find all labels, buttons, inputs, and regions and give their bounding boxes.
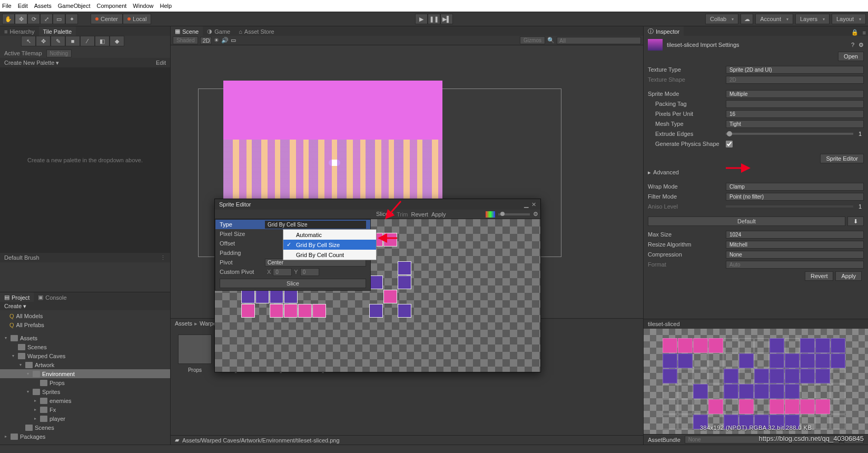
shaded-dropdown[interactable]: Shaded <box>173 36 198 44</box>
mode-2d-toggle[interactable]: 2D <box>200 37 212 44</box>
tree-item-scenes[interactable]: Scenes <box>0 423 170 432</box>
tab-asset-store[interactable]: ⌂Asset Store <box>234 26 279 36</box>
opt-automatic[interactable]: Automatic <box>283 230 376 240</box>
open-button[interactable]: Open <box>838 52 864 61</box>
menu-icon[interactable]: ≡ <box>861 29 868 36</box>
gear-icon[interactable]: ⚙ <box>859 42 864 48</box>
tab-project[interactable]: ▤Project <box>0 292 34 302</box>
tree-item-sprites[interactable]: ▾Sprites <box>0 387 170 396</box>
rotate-tool-icon[interactable]: ⟳ <box>27 14 40 24</box>
tab-tile-palette[interactable]: Tile Palette <box>39 26 76 36</box>
gen-physics-checkbox[interactable] <box>726 141 733 147</box>
fill-tool-icon[interactable]: ◆ <box>110 36 124 46</box>
tree-item-packages[interactable]: ▸Packages <box>0 432 170 441</box>
light-icon[interactable]: ☀ <box>214 37 219 44</box>
default-brush-row[interactable]: Default Brush⋮ <box>0 253 170 262</box>
transform-tool-icon[interactable]: ✦ <box>65 14 78 24</box>
select-tool-icon[interactable]: ↖ <box>21 36 36 46</box>
advanced-foldout[interactable]: ▸ Advanced <box>648 168 864 177</box>
lock-icon[interactable]: 🔒 <box>849 29 861 36</box>
sprite-editor-button[interactable]: Sprite Editor <box>820 154 864 163</box>
sprite-mode-dropdown[interactable]: Multiple <box>726 90 864 98</box>
texture-type-dropdown[interactable]: Sprite (2D and UI) <box>726 66 864 74</box>
rect-tool-icon[interactable]: ▭ <box>53 14 65 24</box>
preview-image[interactable]: 384x192 (NPOT) RGBA 32 bit 288.0 KB <box>644 329 868 434</box>
platform-default-tab[interactable]: Default <box>648 216 845 226</box>
minimize-icon[interactable]: ▁ <box>524 201 528 208</box>
maxsize-dropdown[interactable]: 1024 <box>726 231 864 239</box>
move-tool-icon[interactable]: ✥ <box>36 36 51 46</box>
asset-folder-props[interactable]: Props <box>177 334 213 373</box>
brush-tool-icon[interactable]: ✎ <box>51 36 65 46</box>
alpha-slider[interactable] <box>498 213 530 215</box>
edit-button[interactable]: Edit <box>156 60 166 66</box>
tree-item-warped-caves[interactable]: ▾Warped Caves <box>0 351 170 360</box>
tree-item-environment[interactable]: ▾Environment <box>0 369 170 378</box>
tree-item-scenes[interactable]: Scenes <box>0 342 170 351</box>
mesh-type-dropdown[interactable]: Tight <box>726 120 864 128</box>
tab-game[interactable]: ◑Game <box>203 26 234 36</box>
local-toggle[interactable]: Local <box>123 14 151 24</box>
tab-scene[interactable]: ▦Scene <box>171 26 203 36</box>
tab-hierarchy[interactable]: ≡Hierarchy <box>0 26 39 36</box>
rgb-icon[interactable] <box>486 211 495 218</box>
wrap-dropdown[interactable]: Clamp <box>726 183 864 191</box>
tab-inspector[interactable]: ⓘInspector <box>644 26 684 36</box>
type-dropdown[interactable]: Grid By Cell Size <box>265 221 366 229</box>
menu-component[interactable]: Component <box>96 3 126 9</box>
menu-window[interactable]: Window <box>133 3 153 9</box>
fx-icon[interactable]: ▭ <box>231 37 236 44</box>
scene-search[interactable] <box>557 37 641 44</box>
slice-button[interactable]: Slice <box>220 279 366 288</box>
packing-tag-input[interactable] <box>726 100 864 108</box>
collab-dropdown[interactable]: Collab <box>705 14 738 24</box>
extrude-slider[interactable] <box>726 133 853 135</box>
filter-dropdown[interactable]: Point (no filter) <box>726 193 864 201</box>
crumb-assets[interactable]: Assets <box>175 320 192 327</box>
menu-edit[interactable]: Edit <box>18 3 28 9</box>
menu-assets[interactable]: Assets <box>34 3 52 9</box>
se-revert-button[interactable]: Revert <box>411 211 428 218</box>
compression-dropdown[interactable]: None <box>726 251 864 259</box>
tree-item-assets[interactable]: ▾Assets <box>0 333 170 342</box>
cloud-icon[interactable]: ☁ <box>741 14 753 24</box>
quick-all-prefabs[interactable]: QAll Prefabs <box>0 320 170 329</box>
audio-icon[interactable]: 🔊 <box>221 37 229 44</box>
platform-standalone-icon[interactable]: ⬇ <box>847 216 864 226</box>
hand-tool-icon[interactable]: ✋ <box>2 14 15 24</box>
account-dropdown[interactable]: Account <box>755 14 793 24</box>
tree-item-artwork[interactable]: ▾Artwork <box>0 360 170 369</box>
ppu-input[interactable]: 16 <box>726 110 864 118</box>
move-tool-icon[interactable]: ✥ <box>15 14 27 24</box>
create-dropdown[interactable]: Create ▾ <box>4 303 26 310</box>
opt-grid-by-cell-size[interactable]: ✓Grid By Cell Size <box>283 240 376 250</box>
sprite-editor-titlebar[interactable]: Sprite Editor ▁✕ <box>215 199 540 210</box>
box-tool-icon[interactable]: ■ <box>65 36 80 46</box>
quick-all-models[interactable]: QAll Models <box>0 311 170 320</box>
create-palette-dropdown[interactable]: Create New Palette ▾ <box>4 60 59 66</box>
tree-item-player[interactable]: ▸player <box>0 414 170 423</box>
close-icon[interactable]: ✕ <box>531 201 536 208</box>
resize-dropdown[interactable]: Mitchell <box>726 241 864 249</box>
se-apply-button[interactable]: Apply <box>431 211 446 218</box>
revert-button[interactable]: Revert <box>805 271 833 281</box>
menu-help[interactable]: Help <box>160 3 172 9</box>
scale-tool-icon[interactable]: ⤢ <box>40 14 53 24</box>
search-icon[interactable]: 🔍 <box>547 37 555 44</box>
layout-dropdown[interactable]: Layout <box>832 14 866 24</box>
active-tilemap-dropdown[interactable]: Nothing <box>46 50 72 57</box>
tab-console[interactable]: ▣Console <box>34 292 71 302</box>
eraser-tool-icon[interactable]: ◧ <box>95 36 110 46</box>
menu-gameobject[interactable]: GameObject <box>58 3 91 9</box>
layers-dropdown[interactable]: Layers <box>795 14 830 24</box>
tree-item-enemies[interactable]: ▸enemies <box>0 396 170 405</box>
help-icon[interactable]: ? <box>851 42 854 48</box>
tree-item-fx[interactable]: ▸Fx <box>0 405 170 414</box>
tree-item-props[interactable]: Props <box>0 378 170 387</box>
picker-tool-icon[interactable]: ⁄ <box>80 36 95 46</box>
se-gear-icon[interactable]: ⚙ <box>533 211 538 218</box>
step-icon[interactable]: ▶▌ <box>440 14 453 24</box>
play-icon[interactable]: ▶ <box>415 14 428 24</box>
apply-button[interactable]: Apply <box>835 271 862 281</box>
menu-file[interactable]: File <box>2 3 12 9</box>
